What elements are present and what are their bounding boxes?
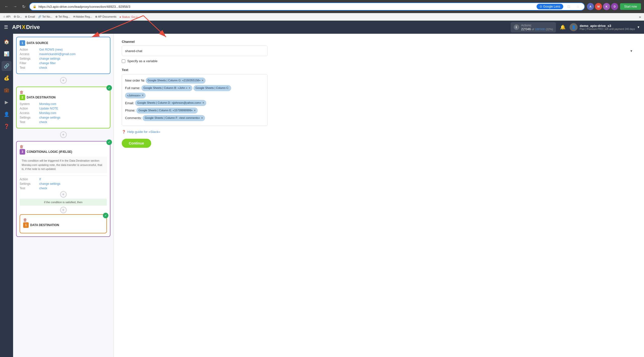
tag-remove-icon-4[interactable]: ✕ [202, 101, 204, 105]
profile-1[interactable]: A [587, 3, 594, 10]
more-bookmarks-icon[interactable]: » [639, 15, 641, 19]
tag-remove-icon-5[interactable]: ✕ [194, 108, 196, 113]
card-2-test-row: Test check [20, 120, 107, 124]
hamburger-icon[interactable]: ☰ [4, 24, 8, 30]
nested-number: 1 [23, 222, 29, 228]
card-1-action-row: Action Get ROWS (new) [20, 48, 107, 51]
reload-button[interactable]: ↻ [20, 3, 27, 10]
actions-pct: (22%) [546, 28, 553, 31]
card-1-number: 1 [20, 40, 25, 46]
tag-column-c: Google Sheets | Column C: [193, 85, 231, 91]
card-3-number: 3 [20, 149, 25, 155]
nested-check-icon: ✓ [103, 213, 108, 218]
address-bar[interactable] [38, 5, 535, 9]
profile-4[interactable]: D [611, 3, 618, 10]
connect-dot-2[interactable]: + [60, 131, 67, 138]
forward-button[interactable]: → [12, 3, 19, 10]
text-prefix-5: Comments: [125, 115, 142, 121]
bookmark-5[interactable]: ⊕ Tel Reg... [55, 15, 70, 18]
bookmark-6[interactable]: ✉ Adobe Reg... [73, 15, 92, 18]
bookmark-4[interactable]: 🔗 Tel No... [38, 15, 52, 18]
card-3-check-icon: ✓ [106, 139, 112, 145]
actions-info: ℹ Actions: 22'046 of 100'000 (22%) [511, 22, 556, 32]
card-2-delete-button[interactable]: 🗑 [20, 90, 24, 95]
card-3-test-value[interactable]: check [39, 187, 47, 190]
card-2-access-row: Access Monday.com [20, 111, 107, 115]
card-1-test-value[interactable]: check [39, 66, 47, 69]
card-2-settings-row: Settings change settings [20, 116, 107, 119]
nested-delete-button[interactable]: 🗑 [23, 218, 27, 222]
card-3-delete-button[interactable]: 🗑 [20, 145, 24, 149]
bookmark-8[interactable]: ● Status: Go-Li... [119, 15, 140, 18]
card-3-settings-value[interactable]: change settings [39, 182, 60, 186]
notifications-bell-icon[interactable]: 🔔 [560, 24, 566, 30]
sidebar-item-dashboard[interactable]: 📊 [2, 49, 12, 59]
sidebar-item-billing[interactable]: 💰 [2, 73, 12, 83]
card-1-action-value[interactable]: Get ROWS (new) [39, 48, 63, 51]
star-icon[interactable]: ☆ [574, 3, 581, 10]
actions-info-icon: ℹ [514, 24, 519, 30]
specify-variable-row: Specify as a variable [122, 59, 636, 63]
user-dropdown-icon[interactable]: ▼ [637, 25, 640, 29]
text-row-2: Full name: Google Sheets | Column B: «Jo… [125, 85, 264, 91]
card-2-check-icon: ✓ [106, 85, 112, 91]
card-data-destination: ✓ 🗑 2 DATA DESTINATION System Monday.com… [16, 87, 110, 128]
tag-remove-icon-3[interactable]: ✕ [142, 93, 144, 98]
continue-button[interactable]: Continue [122, 139, 151, 148]
channel-label: Channel [122, 40, 636, 44]
specify-variable-checkbox[interactable] [122, 59, 125, 63]
sidebar-item-home[interactable]: 🏠 [2, 37, 12, 47]
card-2-action-row: Action Update NOTE [20, 107, 107, 110]
google-lens-button[interactable]: ⊙ Google Lens [537, 4, 563, 9]
sidebar-item-connections[interactable]: 🔗 [2, 61, 12, 71]
profile-2[interactable]: M [595, 3, 602, 10]
cast-icon[interactable]: ⊡ [565, 3, 572, 10]
logo: APIXDrive [12, 24, 40, 30]
tag-remove-icon[interactable]: ✕ [202, 78, 204, 83]
sidebar-item-workspace[interactable]: 💼 [2, 85, 12, 95]
nested-header: 1 DATA DESTINATION [23, 222, 103, 228]
connect-dot-1[interactable]: + [60, 77, 67, 84]
card-conditional-logic: ✓ 🗑 3 CONDITIONAL LOGIC (IF/ELSE) This c… [16, 141, 110, 237]
card-1-access-value[interactable]: maverickandrii@gmail.com [39, 52, 75, 56]
channel-select[interactable]: shared-chat [122, 46, 268, 56]
bookmark-7[interactable]: ⊕ AP Documents [95, 15, 116, 18]
main-area: 🏠 📊 🔗 💰 💼 ▶ 👤 ❓ 1 DATA SOURCE Action Get… [0, 34, 644, 357]
text-label: Text [122, 68, 636, 72]
help-link[interactable]: ❓ Help guide for «Slack» [122, 130, 636, 134]
connect-dot-4[interactable]: + [60, 207, 67, 213]
tag-remove-icon-2[interactable]: ✕ [188, 86, 190, 90]
card-2-access-value[interactable]: Monday.com [39, 111, 56, 115]
connect-dot-3[interactable]: + [60, 191, 67, 198]
bookmark-3[interactable]: ⊕ Email [25, 15, 35, 18]
actions-total: 100'000 [535, 28, 545, 31]
card-1-settings-value[interactable]: change settings [39, 57, 60, 60]
settings-label: Settings [20, 57, 37, 60]
back-button[interactable]: ← [3, 3, 10, 10]
right-panel: Channel shared-chat ▼ Specify as a varia… [114, 34, 644, 357]
text-compose-box: New order № Google Sheets | Column G: «2… [122, 74, 268, 126]
card-2-header: 2 DATA DESTINATION [20, 95, 107, 100]
sidebar-item-media[interactable]: ▶ [2, 97, 12, 107]
card-2-system-value[interactable]: Monday.com [39, 102, 56, 106]
profile-3[interactable]: K [603, 3, 610, 10]
sidebar-item-help[interactable]: ❓ [2, 121, 12, 131]
card-2-test-value[interactable]: check [39, 120, 47, 124]
sidebar-item-profile[interactable]: 👤 [2, 109, 12, 119]
bookmark-1[interactable]: ☆ APi [3, 15, 11, 18]
card-2-settings-value[interactable]: change settings [39, 116, 60, 119]
card-3-body: This condition will be triggered if in t… [20, 157, 107, 173]
bookmark-2[interactable]: ⚙ Gr... [14, 15, 22, 18]
card-1-settings-row: Settings change settings [20, 57, 107, 60]
card-1-access-row: Access maverickandrii@gmail.com [20, 52, 107, 56]
card-2-action-value[interactable]: Update NOTE [39, 107, 58, 110]
help-question-icon: ❓ [122, 130, 126, 134]
start-now-button[interactable]: Start now [620, 3, 641, 10]
tag-remove-icon-6[interactable]: ✕ [201, 116, 203, 120]
test-label: Test [20, 66, 37, 69]
card-2-system-row: System Monday.com [20, 102, 107, 106]
actions-of: of [532, 28, 534, 31]
card-1-filter-value[interactable]: change filter [39, 61, 56, 65]
card-1-header: 1 DATA SOURCE [20, 40, 107, 46]
card-3-action-value[interactable]: If [39, 177, 41, 181]
